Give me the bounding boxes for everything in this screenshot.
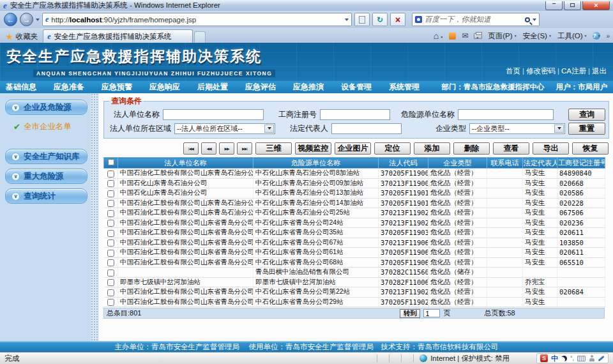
enterprise-type-select[interactable]: --企业类型-- bbox=[469, 123, 565, 134]
goto-button[interactable]: 转到 bbox=[400, 309, 420, 318]
chinese-mode-icon[interactable]: 中 bbox=[551, 354, 558, 363]
forward-button[interactable] bbox=[20, 13, 33, 26]
rss-icon[interactable] bbox=[449, 33, 456, 40]
sidebar-group[interactable]: 查询统计 bbox=[5, 188, 87, 204]
new-tab-button[interactable] bbox=[194, 31, 206, 43]
table-row[interactable]: 中国石油化工股份有限公司山东省青岛分公司 中石化山东省青岛分公司第22站 370… bbox=[104, 287, 605, 298]
address-dropdown-icon[interactable] bbox=[345, 19, 349, 23]
sogou-icon[interactable]: S bbox=[540, 354, 548, 362]
page-input[interactable] bbox=[423, 309, 440, 317]
header-link[interactable]: 退出 bbox=[586, 66, 607, 76]
toolbar-button[interactable]: 定位 bbox=[374, 142, 411, 155]
close-button[interactable] bbox=[582, 1, 610, 10]
nav-menu-item[interactable]: 基础信息 bbox=[6, 82, 36, 93]
overflow-chevron-icon[interactable]: » bbox=[606, 33, 610, 40]
row-checkbox[interactable] bbox=[107, 250, 114, 257]
toolbar-button[interactable]: 查看 bbox=[493, 142, 529, 155]
toolbar-button[interactable]: 企业图片 bbox=[335, 142, 371, 155]
row-checkbox[interactable] bbox=[107, 180, 114, 187]
table-row[interactable]: 中国石油化工股份有限公司山东省青岛分公司 中石化山东省青岛分公司24站 3702… bbox=[104, 218, 605, 228]
row-checkbox[interactable] bbox=[107, 269, 114, 277]
row-checkbox[interactable] bbox=[107, 239, 114, 246]
panel-splitter[interactable] bbox=[91, 93, 99, 341]
stop-button[interactable] bbox=[390, 13, 405, 26]
table-row[interactable]: 中国石油化工股份有限公司山东省青岛分公司 中石化山东省青岛分公司29站 3702… bbox=[104, 297, 605, 307]
paging-button[interactable]: ▶▶ bbox=[219, 142, 234, 155]
dropdown-arrow-icon[interactable] bbox=[554, 125, 564, 133]
table-row[interactable]: 中国石油化工股份有限公司山东青岛石油分公司 中石化山东青岛石油分公司14加油站 … bbox=[104, 198, 605, 208]
table-row[interactable]: 中国石油化工股份有限公司山东青岛石油分公司 中石化山东青岛石油分公司25站 37… bbox=[104, 208, 605, 218]
toolbar-button[interactable]: 添加 bbox=[414, 142, 450, 155]
paging-button[interactable]: ▶▶| bbox=[237, 142, 252, 155]
wrench-icon[interactable] bbox=[598, 355, 604, 361]
nav-menu-item[interactable]: 应急推演 bbox=[293, 82, 324, 93]
search-box[interactable]: 百度一下，你就知道 bbox=[412, 13, 540, 26]
table-row[interactable]: 中国石油化工股份有限公司山东省青岛分公司 中石化山东省青岛分公司35站 3702… bbox=[104, 228, 605, 238]
toolbar-button[interactable]: 三维 bbox=[255, 142, 292, 155]
minimize-button[interactable] bbox=[545, 1, 563, 10]
sidebar-group[interactable]: 安全生产知识库 bbox=[5, 149, 87, 164]
paging-button[interactable]: |◀◀ bbox=[183, 142, 199, 155]
command-menu-item[interactable]: 工具(O) bbox=[557, 31, 587, 41]
select-all-checkbox[interactable] bbox=[108, 159, 114, 165]
refresh-button[interactable] bbox=[372, 13, 388, 26]
table-row[interactable]: 中国石化山东青岛石油分公司 中石化山东青岛石油分公司13加油站 370205F1… bbox=[104, 188, 605, 199]
sidebar-group-enterprise[interactable]: 企业及危险源 bbox=[5, 100, 87, 115]
row-checkbox[interactable] bbox=[107, 230, 114, 237]
business-reg-no-input[interactable] bbox=[320, 109, 390, 120]
table-row[interactable]: 青岛田横中油油品销售有限公司 370282C115602 危化品（储存） bbox=[104, 268, 605, 278]
row-checkbox[interactable] bbox=[107, 259, 114, 266]
toolbar-button[interactable]: 视频监控 bbox=[295, 142, 331, 155]
search-button[interactable]: 查询 bbox=[568, 109, 605, 121]
header-link[interactable]: 修改密码 bbox=[520, 66, 556, 76]
hazard-unit-name-input[interactable] bbox=[458, 109, 554, 120]
row-checkbox[interactable] bbox=[107, 210, 114, 217]
print-icon[interactable] bbox=[474, 33, 482, 39]
legal-unit-name-input[interactable] bbox=[163, 109, 264, 120]
search-icon[interactable] bbox=[525, 17, 530, 22]
table-row[interactable]: 中国石油化工股份有限公司山东省青岛分公司 中石化山东省青岛分公司68站 3702… bbox=[104, 257, 605, 268]
moon-icon[interactable] bbox=[561, 356, 567, 361]
search-dropdown-icon[interactable] bbox=[533, 19, 536, 23]
mail-icon[interactable] bbox=[462, 31, 468, 40]
row-checkbox[interactable] bbox=[107, 220, 114, 227]
back-button[interactable] bbox=[4, 13, 17, 26]
nav-menu-item[interactable]: 应急准备 bbox=[54, 82, 84, 93]
table-row[interactable]: 中国石油化工股份有限公司山东青岛石油分公司 中石化山东青岛石油分公司8加油站 3… bbox=[104, 169, 605, 179]
nav-menu-item[interactable]: 后期处置 bbox=[197, 82, 228, 93]
maximize-button[interactable] bbox=[564, 1, 581, 10]
nav-menu-item[interactable]: 应急预警 bbox=[102, 82, 132, 93]
region-select[interactable]: --法人单位所在区域-- bbox=[174, 123, 275, 134]
home-icon[interactable] bbox=[434, 31, 443, 41]
command-menu-item[interactable]: 安全(S) bbox=[523, 31, 552, 41]
toolbar-button[interactable]: 删除 bbox=[453, 142, 490, 155]
command-menu-item[interactable]: 页面(P) bbox=[488, 31, 517, 41]
toolbar-button[interactable]: 恢复 bbox=[572, 142, 609, 155]
paging-button[interactable]: ◀◀ bbox=[201, 142, 216, 155]
select-all-header[interactable] bbox=[104, 158, 118, 169]
toolbar-button[interactable]: 导出 bbox=[533, 142, 569, 155]
row-checkbox[interactable] bbox=[107, 289, 114, 296]
compatibility-button[interactable] bbox=[354, 13, 370, 26]
row-checkbox[interactable] bbox=[107, 200, 114, 207]
legal-representative-input[interactable] bbox=[331, 123, 402, 134]
sidebar-group[interactable]: 重大危险源 bbox=[5, 169, 87, 184]
reset-button[interactable]: 重置 bbox=[568, 123, 605, 135]
header-link[interactable]: 首页 bbox=[506, 66, 520, 76]
table-row[interactable]: 中国石油化工股份有限公司山东省青岛分公司 中石化山东省青岛分公司61站 3702… bbox=[104, 248, 605, 258]
row-checkbox[interactable] bbox=[107, 279, 114, 286]
help-icon[interactable]: ? bbox=[593, 32, 600, 40]
address-bar[interactable]: e http://localhost:90/yjzh/frame/homepag… bbox=[42, 13, 352, 26]
page-tab[interactable]: e 安全生产应急救援指挥辅助决策系统 bbox=[43, 29, 193, 43]
nav-menu-item[interactable]: 应急响应 bbox=[149, 82, 180, 93]
nav-menu-item[interactable]: 系统管理 bbox=[389, 82, 420, 93]
dropdown-arrow-icon[interactable] bbox=[264, 125, 274, 133]
row-checkbox[interactable] bbox=[107, 171, 114, 178]
row-checkbox[interactable] bbox=[107, 190, 114, 197]
nav-menu-item[interactable]: 设备管理 bbox=[341, 82, 372, 93]
header-link[interactable]: CA注册 bbox=[556, 66, 586, 76]
person-icon[interactable] bbox=[589, 355, 594, 362]
sidebar-item-active[interactable]: 全市企业名单 bbox=[5, 119, 87, 140]
table-row[interactable]: 中国石油化工股份有限公司山东省青岛分公司 中石化山东省青岛分公司67站 3702… bbox=[104, 238, 605, 248]
table-row[interactable]: 中国石化山东青岛石油分公司 中石化山东青岛石油分公司09加油站 370213F1… bbox=[104, 178, 605, 188]
